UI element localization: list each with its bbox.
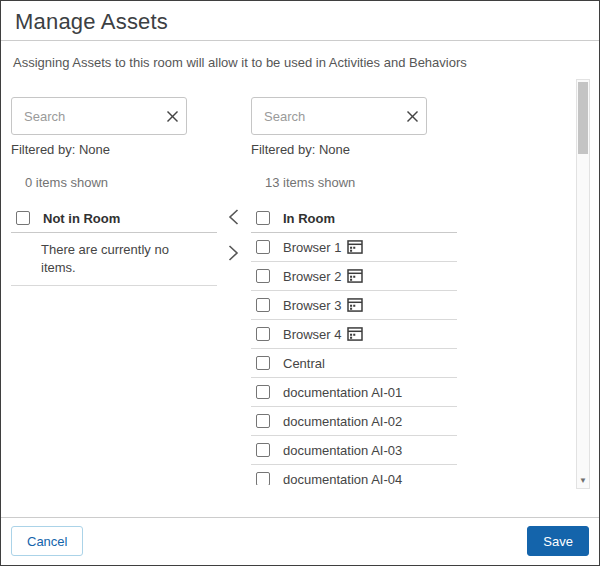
in-room-header-label: In Room	[283, 211, 335, 226]
item-label: documentation AI-02	[283, 414, 402, 429]
list-item: documentation AI-02	[251, 407, 457, 436]
manage-assets-dialog: Manage Assets Assigning Assets to this r…	[0, 0, 600, 566]
item-label: Browser 4	[283, 327, 342, 342]
in-room-header-row: In Room	[251, 204, 457, 233]
x-icon	[406, 110, 419, 123]
list-item: documentation AI-03	[251, 436, 457, 465]
not-in-room-search-box	[11, 97, 187, 135]
in-room-search-input[interactable]	[252, 109, 398, 124]
item-label: Browser 3	[283, 298, 342, 313]
in-room-search-box	[251, 97, 427, 135]
chevron-left-icon	[227, 208, 240, 226]
browser-icon	[347, 327, 363, 341]
item-label: documentation AI-04	[283, 472, 402, 486]
item-label: Browser 2	[283, 269, 342, 284]
clear-search-icon[interactable]	[158, 98, 186, 134]
list-item: documentation AI-01	[251, 378, 457, 407]
list-item: documentation AI-04	[251, 465, 457, 485]
browser-icon	[347, 269, 363, 283]
list-item: Browser 3	[251, 291, 457, 320]
not-in-room-search-input[interactable]	[12, 109, 158, 124]
list-item: Browser 1	[251, 233, 457, 262]
x-icon	[166, 110, 179, 123]
move-to-in-room-button[interactable]	[223, 241, 243, 265]
in-room-rows: Browser 1 Browser 2	[251, 233, 457, 485]
item-checkbox[interactable]	[256, 240, 270, 254]
footer-divider	[1, 517, 599, 518]
cancel-button[interactable]: Cancel	[11, 526, 83, 556]
select-all-checkbox[interactable]	[256, 211, 270, 225]
in-room-count: 13 items shown	[265, 175, 355, 190]
item-checkbox[interactable]	[256, 298, 270, 312]
select-all-checkbox[interactable]	[16, 211, 30, 225]
dialog-title: Manage Assets	[15, 9, 168, 35]
item-checkbox[interactable]	[256, 385, 270, 399]
in-room-list: In Room Browser 1 Browser 2	[251, 204, 457, 485]
not-in-room-header-label: Not in Room	[43, 211, 120, 226]
item-checkbox[interactable]	[256, 414, 270, 428]
move-to-not-in-room-button[interactable]	[223, 205, 243, 229]
vertical-scrollbar[interactable]: ▼	[576, 79, 590, 489]
list-item: Browser 4	[251, 320, 457, 349]
empty-message: There are currently no items.	[11, 233, 217, 286]
scrollbar-thumb[interactable]	[578, 82, 588, 154]
item-checkbox[interactable]	[256, 443, 270, 457]
chevron-right-icon	[227, 244, 240, 262]
in-room-filter-label: Filtered by: None	[251, 142, 350, 157]
item-label: Browser 1	[283, 240, 342, 255]
not-in-room-header-row: Not in Room	[11, 204, 217, 233]
dialog-description: Assigning Assets to this room will allow…	[13, 55, 569, 70]
item-label: documentation AI-03	[283, 443, 402, 458]
list-item: Browser 2	[251, 262, 457, 291]
not-in-room-count: 0 items shown	[25, 175, 108, 190]
item-label: Central	[283, 356, 325, 371]
save-button[interactable]: Save	[527, 526, 589, 556]
not-in-room-filter-label: Filtered by: None	[11, 142, 110, 157]
item-checkbox[interactable]	[256, 472, 270, 485]
item-label: documentation AI-01	[283, 385, 402, 400]
title-divider	[1, 40, 599, 41]
item-checkbox[interactable]	[256, 327, 270, 341]
item-checkbox[interactable]	[256, 269, 270, 283]
clear-search-icon[interactable]	[398, 98, 426, 134]
item-checkbox[interactable]	[256, 356, 270, 370]
scroll-down-icon[interactable]: ▼	[577, 473, 589, 487]
browser-icon	[347, 298, 363, 312]
browser-icon	[347, 240, 363, 254]
list-item: Central	[251, 349, 457, 378]
not-in-room-list: Not in Room There are currently no items…	[11, 204, 217, 286]
